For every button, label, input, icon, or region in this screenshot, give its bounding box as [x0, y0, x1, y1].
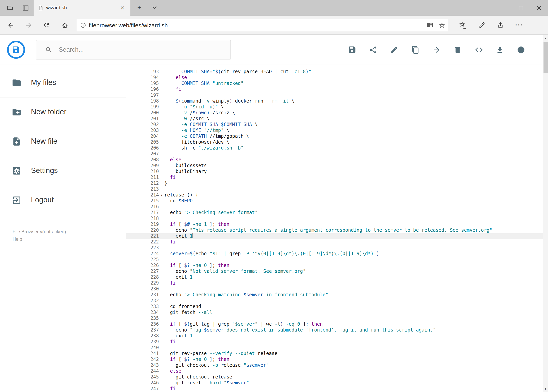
tabs-set-aside-icon[interactable] [18, 0, 33, 16]
back-button[interactable] [1, 16, 20, 34]
code-text[interactable]: buildAssets [164, 163, 542, 169]
search-input[interactable] [58, 46, 230, 54]
code-line[interactable]: 230 [126, 286, 542, 292]
code-line[interactable]: 237 echo "Tag $semver does not exist in … [126, 327, 542, 333]
code-text[interactable]: } [164, 181, 542, 186]
code-line[interactable]: 204 -e GOPATH=//tmp/gopath \ [126, 133, 542, 139]
fold-arrow-icon[interactable]: ▾ [159, 192, 164, 198]
web-note-pen-icon[interactable] [472, 16, 491, 34]
code-text[interactable]: -e COMMIT_SHA=$COMMIT_SHA \ [164, 122, 542, 128]
maximize-button[interactable] [512, 0, 530, 16]
code-text[interactable]: git checkout -b release "$semver" [164, 363, 542, 368]
code-text[interactable] [164, 345, 542, 351]
code-line[interactable]: 196 fi [126, 86, 542, 92]
code-line[interactable]: 197 [126, 92, 542, 98]
code-text[interactable]: else [164, 157, 542, 163]
code-line[interactable]: 208 else [126, 157, 542, 163]
code-line[interactable]: 205 filebrowser/dev \ [126, 139, 542, 145]
code-text[interactable]: cd frontend [164, 304, 542, 310]
sidebar-item-my-files[interactable]: My files [0, 73, 126, 92]
code-line[interactable]: 207 [126, 151, 542, 157]
share-page-icon[interactable] [491, 16, 510, 34]
code-text[interactable] [164, 286, 542, 292]
home-button[interactable] [55, 16, 74, 34]
code-text[interactable]: else [164, 368, 542, 374]
code-line[interactable]: 229 fi [126, 280, 542, 286]
code-text[interactable]: if [ $? -ne 0 ]; then [164, 263, 542, 268]
tab-close-icon[interactable]: ✕ [119, 4, 126, 11]
code-text[interactable]: -e HOME="//tmp" \ [164, 128, 542, 133]
search-box[interactable] [36, 40, 231, 59]
code-line[interactable]: 206 sh -c "./wizard.sh -b" [126, 145, 542, 151]
code-text[interactable]: fi [164, 239, 542, 245]
code-line[interactable]: 233 cd frontend [126, 304, 542, 310]
scrollbar-thumb[interactable] [543, 42, 548, 73]
code-text[interactable]: else [164, 75, 542, 81]
code-text[interactable]: git fetch --all [164, 310, 542, 315]
code-line[interactable]: 216 [126, 204, 542, 210]
code-editor[interactable]: 193 COMMIT_SHA="$(git rev-parse HEAD | c… [126, 65, 542, 392]
code-line[interactable]: 239 fi [126, 339, 542, 345]
code-line[interactable]: 224 semver=$(echo "$1" | grep -P '^v(0|[… [126, 251, 542, 257]
new-tab-button[interactable]: + [133, 0, 146, 16]
code-text[interactable]: -u "$(id -u)" \ [164, 104, 542, 110]
code-text[interactable]: semver=$(echo "$1" | grep -P '^v(0|[1-9]… [164, 251, 542, 257]
code-line[interactable]: 210 buildBinary [126, 169, 542, 175]
code-line[interactable]: 232 [126, 298, 542, 304]
code-line[interactable]: 209 buildAssets [126, 163, 542, 169]
code-text[interactable]: COMMIT_SHA="$(git rev-parse HEAD | cut -… [164, 69, 542, 75]
move-icon[interactable] [432, 45, 441, 54]
share-icon[interactable] [369, 45, 377, 54]
more-options-icon[interactable]: ··· [510, 16, 529, 34]
code-text[interactable]: fi [164, 175, 542, 181]
favorites-hub-icon[interactable] [453, 16, 472, 34]
code-line[interactable]: 222 fi [126, 239, 542, 245]
code-text[interactable]: cd $REPO [164, 198, 542, 204]
code-text[interactable]: release () { [164, 192, 542, 198]
close-window-button[interactable] [530, 0, 548, 16]
sidebar-item-settings[interactable]: Settings [0, 161, 126, 180]
code-line[interactable]: 198 $(command -v winpty) docker run --rm… [126, 98, 542, 104]
edit-icon[interactable] [390, 45, 399, 54]
add-favorite-star-icon[interactable] [436, 19, 448, 31]
code-line[interactable]: 195 COMMIT_SHA="untracked" [126, 81, 542, 86]
code-text[interactable]: -v /$(pwd):/src:z \ [164, 110, 542, 116]
site-info-icon[interactable] [77, 19, 89, 31]
code-text[interactable] [164, 186, 542, 192]
code-text[interactable]: echo "Tag $semver does not exist in subm… [164, 327, 542, 333]
code-text[interactable] [164, 315, 542, 321]
code-line[interactable]: 243 git checkout -b release "$semver" [126, 363, 542, 368]
code-text[interactable] [164, 298, 542, 304]
code-line[interactable]: 200 -v /$(pwd):/src:z \ [126, 110, 542, 116]
code-line[interactable]: 194 else [126, 75, 542, 81]
code-text[interactable]: echo "> Checking semver format" [164, 210, 542, 216]
code-text[interactable]: if [ $? -ne 0 ]; then [164, 357, 542, 363]
code-line[interactable]: 220 echo "This release script requires a… [126, 227, 542, 233]
code-text[interactable] [164, 245, 542, 251]
code-line[interactable]: 215 cd $REPO [126, 198, 542, 204]
sidebar-item-new-folder[interactable]: New folder [0, 103, 126, 121]
code-text[interactable]: filebrowser/dev \ [164, 139, 542, 145]
code-line[interactable]: 193 COMMIT_SHA="$(git rev-parse HEAD | c… [126, 69, 542, 75]
code-line[interactable]: 234 git fetch --all [126, 310, 542, 315]
code-line[interactable]: 217 echo "> Checking semver format" [126, 210, 542, 216]
code-text[interactable]: git rev-parse --verify --quiet release [164, 351, 542, 357]
code-line[interactable]: 212} [126, 181, 542, 186]
code-text[interactable]: fi [164, 386, 542, 392]
code-view-icon[interactable] [474, 45, 483, 54]
code-line[interactable]: 202 -e COMMIT_SHA=$COMMIT_SHA \ [126, 122, 542, 128]
code-text[interactable]: fi [164, 86, 542, 92]
code-line[interactable]: 213 [126, 186, 542, 192]
code-text[interactable]: $(command -v winpty) docker run --rm -it… [164, 98, 542, 104]
code-line[interactable]: 226 if [ $? -ne 0 ]; then [126, 263, 542, 268]
code-line[interactable]: 241 git rev-parse --verify --quiet relea… [126, 351, 542, 357]
code-line[interactable]: 227 echo "Not valid semver format. See s… [126, 268, 542, 274]
code-text[interactable]: if [ $# -ne 1 ]; then [164, 222, 542, 227]
code-text[interactable]: exit 1 [164, 233, 542, 239]
code-line[interactable]: 231 echo "> Checking matching $semver in… [126, 292, 542, 298]
code-text[interactable]: exit 1 [164, 333, 542, 339]
refresh-button[interactable] [38, 16, 55, 34]
delete-icon[interactable] [453, 45, 462, 54]
code-line[interactable]: 225 [126, 257, 542, 263]
code-line[interactable]: 219 if [ $# -ne 1 ]; then [126, 222, 542, 227]
